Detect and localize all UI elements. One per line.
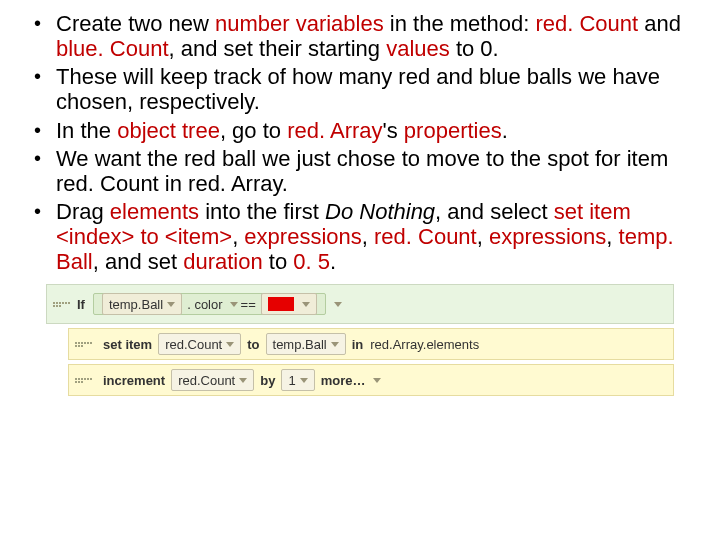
if-keyword: If <box>77 297 85 312</box>
dropdown-icon <box>331 342 339 347</box>
increment-label: increment <box>103 373 165 388</box>
set-item-label: set item <box>103 337 152 352</box>
amount-tile[interactable]: 1 <box>281 369 314 391</box>
dropdown-icon <box>230 302 238 307</box>
in-label: in <box>352 337 364 352</box>
drag-grip-icon[interactable] <box>53 293 71 315</box>
bullet-item: Create two new number variables in the m… <box>28 12 692 61</box>
dropdown-icon <box>239 378 247 383</box>
more-label[interactable]: more… <box>321 373 366 388</box>
value-tile[interactable]: temp.Ball <box>266 333 346 355</box>
dot-color-label: . color <box>187 297 222 312</box>
condition-tile[interactable]: temp.Ball . color == <box>93 293 326 315</box>
dropdown-icon <box>302 302 310 307</box>
bullet-item: Drag elements into the first Do Nothing,… <box>28 200 692 274</box>
bullet-item: We want the red ball we just chose to mo… <box>28 147 692 196</box>
index-tile[interactable]: red.Count <box>158 333 241 355</box>
equals-label: == <box>241 297 256 312</box>
bullet-item: In the object tree, go to red. Array's p… <box>28 119 692 144</box>
if-row[interactable]: If temp.Ball . color == <box>46 284 674 324</box>
increment-row[interactable]: increment red.Count by 1 more… <box>68 364 674 396</box>
drag-grip-icon[interactable] <box>75 369 93 391</box>
bullet-item: These will keep track of how many red an… <box>28 65 692 114</box>
tempball-label: temp.Ball <box>109 297 163 312</box>
to-label: to <box>247 337 259 352</box>
drag-grip-icon[interactable] <box>75 333 93 355</box>
set-item-row[interactable]: set item red.Count to temp.Ball in red.A… <box>68 328 674 360</box>
array-elements-label: red.Array.elements <box>370 337 479 352</box>
color-value-tile[interactable] <box>261 293 317 315</box>
increment-var-tile[interactable]: red.Count <box>171 369 254 391</box>
red-swatch-icon <box>268 297 294 311</box>
dropdown-icon <box>226 342 234 347</box>
slide-body: Create two new number variables in the m… <box>0 0 720 274</box>
dropdown-icon <box>167 302 175 307</box>
by-label: by <box>260 373 275 388</box>
object-ref-tile[interactable]: temp.Ball <box>102 293 182 315</box>
code-screenshot: If temp.Ball . color == set item red.Cou… <box>46 284 674 396</box>
dropdown-icon[interactable] <box>373 378 381 383</box>
dropdown-icon <box>300 378 308 383</box>
dropdown-icon[interactable] <box>334 302 342 307</box>
bullet-list: Create two new number variables in the m… <box>28 12 692 274</box>
